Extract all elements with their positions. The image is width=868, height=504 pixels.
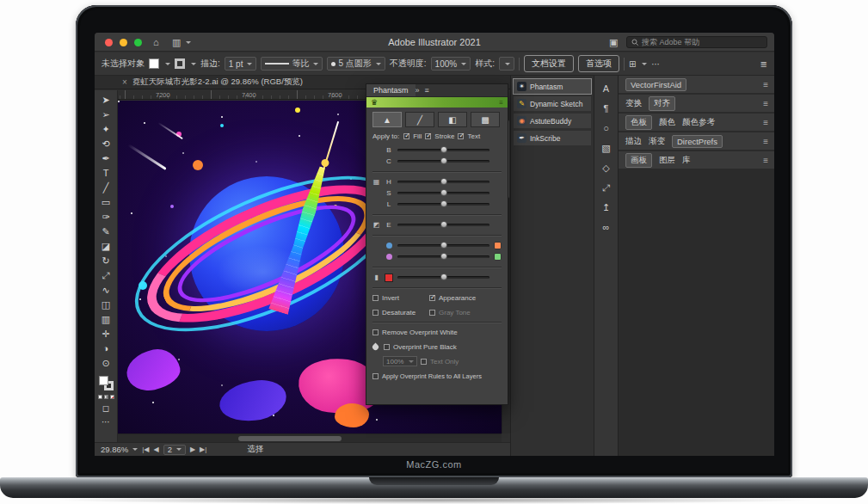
horizontal-scrollbar-thumb[interactable] <box>238 436 342 441</box>
style-select[interactable] <box>499 57 514 71</box>
slider-track[interactable] <box>397 255 489 258</box>
slider-thumb[interactable] <box>440 221 447 228</box>
pencil-tool[interactable]: ✎ <box>102 226 109 237</box>
thermometer-icon[interactable]: ▮ <box>372 274 380 281</box>
stroke-width-select[interactable]: 1 pt <box>225 57 257 71</box>
stroke-profile-select[interactable]: 等比 <box>261 57 323 71</box>
gradient-button[interactable] <box>104 395 108 399</box>
slider-thumb[interactable] <box>440 200 447 207</box>
fill-color-swatch[interactable] <box>149 58 159 69</box>
panel-tab-画板[interactable]: 画板 <box>625 153 652 168</box>
channel-grid-icon[interactable]: ▦ <box>372 178 380 186</box>
checkbox-text[interactable] <box>458 133 464 139</box>
zoom-level-select[interactable]: 29.86% <box>101 445 138 454</box>
shape-builder-tool[interactable]: ◫ <box>102 299 110 310</box>
direct-selection-tool[interactable]: ➢ <box>102 109 109 120</box>
overprint-percent-select[interactable]: 100% <box>383 356 417 366</box>
panel-tab-库[interactable]: 库 <box>682 155 691 166</box>
document-setup-button[interactable]: 文档设置 <box>524 55 574 72</box>
more-options-icon[interactable]: ⋯ <box>651 59 660 69</box>
panel-tab-图层[interactable]: 图层 <box>659 155 675 166</box>
rectangle-tool[interactable]: ▭ <box>102 197 110 208</box>
document-tab-title[interactable]: 霓虹天际城市光影2-2.ai @ 29.86% (RGB/预览) <box>132 77 303 88</box>
color-swatch[interactable] <box>385 274 393 282</box>
panel-tab-变换[interactable]: 变换 <box>625 98 642 109</box>
export-panel-icon[interactable]: ↥ <box>602 202 610 213</box>
checkbox-invert[interactable] <box>372 295 379 301</box>
slider-track[interactable] <box>397 276 489 279</box>
slider-track[interactable] <box>397 181 489 183</box>
curves-mode-icon[interactable]: ╱ <box>405 112 434 127</box>
plugin-panel-phantasm[interactable]: ✴Phantasm <box>514 79 591 94</box>
slider-track[interactable] <box>397 149 489 151</box>
next-artboard-button[interactable]: ▶ <box>190 446 195 453</box>
links-panel-icon[interactable]: ∞ <box>603 222 610 233</box>
checkbox-overprint-pure-black[interactable] <box>384 344 390 350</box>
panel-tab-描边[interactable]: 描边 <box>625 136 642 147</box>
panel-tab-DirectPrefs[interactable]: DirectPrefs <box>672 135 723 148</box>
align-options-icon[interactable]: ⊞ <box>629 59 636 69</box>
draw-mode-icon[interactable]: ◻ <box>102 403 109 413</box>
prev-artboard-button[interactable]: ◀ <box>153 446 158 453</box>
artboard-number-select[interactable]: 2 <box>163 445 186 455</box>
workspace-switcher-icon[interactable]: ▣ <box>609 36 618 48</box>
checkbox-fill[interactable] <box>403 133 409 139</box>
blend-tool[interactable]: ◑ <box>103 343 109 354</box>
magic-wand-tool[interactable]: ✦ <box>102 124 109 135</box>
panel-tab-VectorFirstAid[interactable]: VectorFirstAid <box>625 78 686 91</box>
checkbox-text-only[interactable] <box>421 359 427 365</box>
scale-tool[interactable]: ⤢ <box>102 270 110 281</box>
screen-mode-icon[interactable]: ⋯ <box>102 417 110 427</box>
none-button[interactable] <box>110 395 114 399</box>
slider-track[interactable] <box>397 244 489 247</box>
gradient-panel-icon[interactable]: ▧ <box>601 143 610 154</box>
type-tool[interactable]: T <box>103 168 109 179</box>
plugin-panel-astutebuddy[interactable]: ◉AstuteBuddy <box>514 114 591 128</box>
slider-thumb[interactable] <box>440 157 447 164</box>
pen-tool[interactable]: ✒ <box>102 153 109 164</box>
panel-menu-icon[interactable]: ≡ <box>763 80 768 89</box>
chevron-down-icon[interactable] <box>191 63 196 65</box>
banner-menu-icon[interactable]: ≡ <box>499 99 503 107</box>
checkbox-apply-overprint-rules-to-all-layers[interactable] <box>372 373 379 379</box>
panel-tab-颜色[interactable]: 颜色 <box>659 117 675 128</box>
fill-stroke-indicator[interactable] <box>99 376 114 390</box>
checkbox-desaturate[interactable] <box>372 310 379 316</box>
color-button[interactable] <box>98 395 102 399</box>
slider-track[interactable] <box>397 160 489 163</box>
panel-tab-对齐[interactable]: 对齐 <box>649 96 675 111</box>
eraser-tool[interactable]: ◪ <box>102 241 110 252</box>
control-menu-icon[interactable]: ≣ <box>760 59 767 69</box>
checkbox-appearance[interactable] <box>429 295 435 301</box>
first-artboard-button[interactable]: |◀ <box>142 446 149 453</box>
panel-tab-色板[interactable]: 色板 <box>625 115 652 130</box>
paragraph-panel-icon[interactable]: ¶ <box>604 103 609 114</box>
lasso-tool[interactable]: ⟲ <box>102 138 109 150</box>
panel-menu-icon[interactable]: ≡ <box>763 99 768 108</box>
last-artboard-button[interactable]: ▶| <box>200 446 206 453</box>
phantasm-tab[interactable]: Phantasm <box>366 84 416 96</box>
search-input[interactable]: 搜索 Adobe 帮助 <box>626 36 767 48</box>
halftone-mode-icon[interactable]: ▩ <box>471 112 500 127</box>
plugin-panel-dynamic-sketch[interactable]: ✎Dynamic Sketch <box>514 96 591 111</box>
transparency-panel-icon[interactable]: ◇ <box>602 163 609 174</box>
brush-select[interactable]: 5 点圆形 <box>327 57 385 71</box>
transform-panel-icon[interactable]: ⤢ <box>602 182 610 194</box>
duotone-mode-icon[interactable]: ◧ <box>438 112 467 127</box>
slider-track[interactable] <box>397 203 489 206</box>
paintbrush-tool[interactable]: ✑ <box>102 212 109 223</box>
stroke-color-swatch[interactable] <box>175 58 185 69</box>
panel-tab-颜色参考[interactable]: 颜色参考 <box>682 117 715 128</box>
panel-tab-渐变[interactable]: 渐变 <box>649 136 665 147</box>
phantasm-panel-header[interactable]: Phantasm » ≡ <box>366 84 508 97</box>
panel-menu-icon[interactable]: ≡ <box>763 137 768 146</box>
panel-menu-icon[interactable]: ≡ <box>763 156 768 165</box>
collapse-icon[interactable]: » <box>416 86 420 95</box>
slider-track[interactable] <box>397 192 489 194</box>
line-segment-tool[interactable]: ╱ <box>103 182 109 194</box>
slider-thumb[interactable] <box>440 242 447 249</box>
slider-thumb[interactable] <box>440 274 447 280</box>
plugin-panel-inkscribe[interactable]: ✒InkScribe <box>514 131 591 145</box>
checkbox-stroke[interactable] <box>425 133 431 139</box>
panel-menu-icon[interactable]: ≡ <box>425 86 429 95</box>
